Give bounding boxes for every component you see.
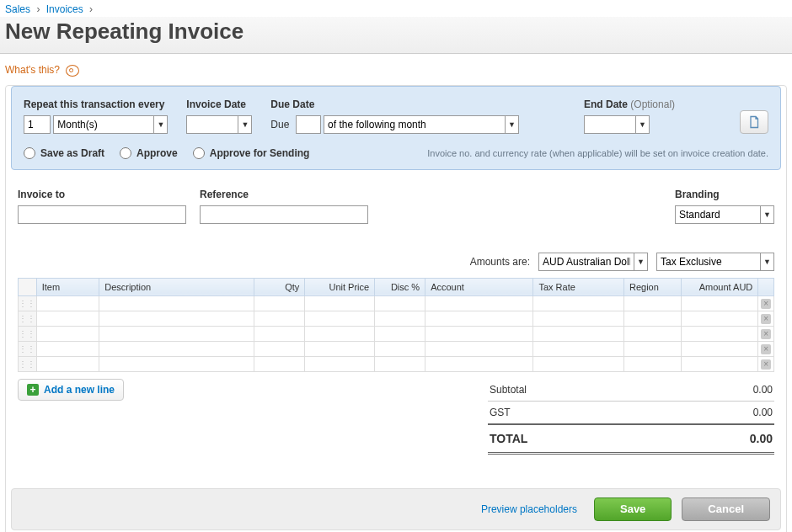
table-row[interactable]: ⋮⋮× [19,326,774,341]
repeat-panel: Repeat this transaction every ▼ Invoice … [11,86,781,170]
add-line-button[interactable]: +Add a new line [18,379,124,401]
subtotal-label: Subtotal [490,384,527,396]
chevron-down-icon[interactable]: ▼ [760,206,773,223]
line-items-table: Item Description Qty Unit Price Disc % A… [18,278,774,372]
breadcrumb: Sales › Invoices › [0,0,792,17]
due-rule-select[interactable]: ▼ [324,115,519,134]
col-amount: Amount AUD [682,278,758,295]
branding-label: Branding [675,189,774,200]
drag-col-header [19,278,37,295]
drag-handle-icon[interactable]: ⋮⋮ [19,295,37,311]
chevron-down-icon[interactable]: ▼ [153,116,167,133]
end-date-input[interactable]: ▼ [584,115,650,134]
close-icon: × [761,299,771,309]
placeholder-button[interactable] [740,110,768,134]
table-row[interactable]: ⋮⋮× [19,311,774,326]
chevron-icon: › [36,3,40,15]
chevron-icon: › [89,3,93,15]
drag-handle-icon[interactable]: ⋮⋮ [19,356,37,371]
amounts-are-label: Amounts are: [470,256,530,268]
preview-placeholders-link[interactable]: Preview placeholders [481,503,577,515]
col-account: Account [425,278,533,295]
close-icon: × [761,344,771,354]
chevron-down-icon[interactable]: ▼ [760,253,773,270]
due-day-input[interactable] [296,115,321,134]
total-value: 0.00 [750,432,773,445]
subtotal-value: 0.00 [753,384,773,396]
del-col-header [758,278,774,295]
delete-row-button[interactable]: × [758,326,774,341]
drag-handle-icon[interactable]: ⋮⋮ [19,326,37,341]
repeat-every-label: Repeat this transaction every [24,98,168,110]
repeat-count-input[interactable] [24,115,51,134]
plus-icon: + [27,384,39,396]
invoice-date-input[interactable]: ▼ [186,115,252,134]
branding-select[interactable]: ▼ [675,205,774,224]
delete-row-button[interactable]: × [758,341,774,356]
breadcrumb-sales[interactable]: Sales [5,3,30,15]
cancel-button[interactable]: Cancel [682,497,770,521]
end-date-label: End Date (Optional) [584,98,675,110]
delete-row-button[interactable]: × [758,311,774,326]
invoice-to-input[interactable] [18,205,186,224]
help-link[interactable]: What's this? [5,64,79,76]
col-region: Region [624,278,682,295]
save-button[interactable]: Save [594,497,672,521]
col-qty: Qty [254,278,305,295]
due-prefix: Due [270,119,289,130]
col-item: Item [36,278,99,295]
col-tax: Tax Rate [533,278,624,295]
table-row[interactable]: ⋮⋮× [19,341,774,356]
tax-select[interactable]: ▼ [656,253,774,271]
gst-value: 0.00 [753,407,773,418]
totals: Subtotal0.00 GST0.00 TOTAL0.00 [488,379,774,455]
invoice-date-label: Invoice Date [186,98,252,110]
chevron-down-icon[interactable]: ▼ [238,116,251,133]
reference-input[interactable] [200,205,368,224]
footer-bar: Preview placeholders Save Cancel [11,488,781,530]
drag-handle-icon[interactable]: ⋮⋮ [19,341,37,356]
gst-label: GST [490,407,511,418]
approve-radio[interactable]: Approve [120,147,178,159]
reference-label: Reference [200,189,368,200]
total-label: TOTAL [490,432,527,445]
close-icon: × [761,359,771,370]
chevron-down-icon[interactable]: ▼ [635,116,649,133]
close-icon: × [761,314,771,324]
drag-handle-icon[interactable]: ⋮⋮ [19,311,37,326]
chevron-down-icon[interactable]: ▼ [634,253,647,270]
due-date-label: Due Date [270,98,519,110]
page-title: New Repeating Invoice [0,17,792,54]
table-row[interactable]: ⋮⋮× [19,295,774,311]
delete-row-button[interactable]: × [758,356,774,371]
close-icon: × [761,329,771,339]
col-disc: Disc % [375,278,425,295]
repeat-unit-select[interactable]: ▼ [53,115,168,134]
col-desc: Description [99,278,254,295]
save-draft-radio[interactable]: Save as Draft [24,147,104,159]
col-price: Unit Price [305,278,375,295]
help-icon [66,65,79,77]
creation-note: Invoice no. and currency rate (when appl… [427,148,768,158]
approve-send-radio[interactable]: Approve for Sending [193,147,310,159]
document-icon [747,115,761,129]
delete-row-button[interactable]: × [758,295,774,311]
currency-select[interactable]: ▼ [538,253,648,271]
table-row[interactable]: ⋮⋮× [19,356,774,371]
chevron-down-icon[interactable]: ▼ [505,116,518,133]
invoice-to-label: Invoice to [18,189,186,200]
breadcrumb-invoices[interactable]: Invoices [46,3,83,15]
